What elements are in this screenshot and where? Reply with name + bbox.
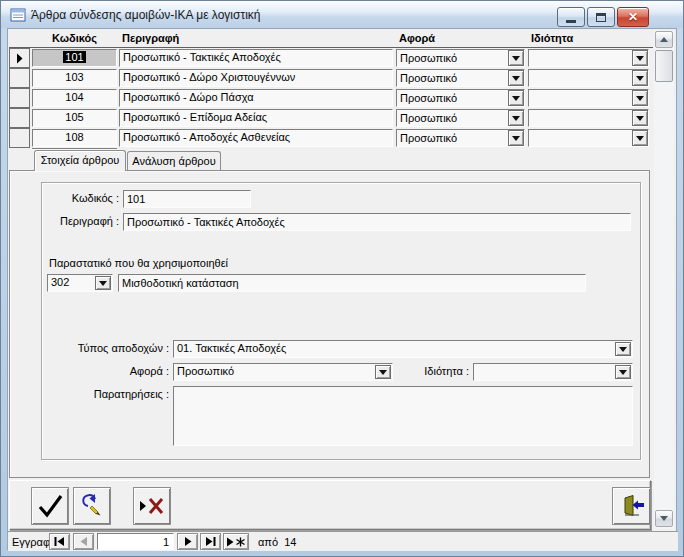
scroll-down-icon <box>660 516 668 521</box>
pay-type-combo[interactable]: 01. Τακτικές Αποδοχές <box>173 340 633 358</box>
scrollbar-thumb[interactable] <box>655 50 673 82</box>
grid-cell-concerns[interactable]: Προσωπικό <box>396 89 525 107</box>
document-section-label: Παραστατικό που θα χρησιμοποιηθεί <box>49 257 228 269</box>
dropdown-button[interactable] <box>508 70 524 86</box>
notes-field[interactable] <box>173 386 633 446</box>
dropdown-button[interactable] <box>508 110 524 126</box>
dropdown-button[interactable] <box>615 365 631 379</box>
attribute-combo[interactable] <box>473 363 633 381</box>
vertical-scrollbar <box>654 31 674 529</box>
check-icon <box>36 492 64 520</box>
maximize-button[interactable] <box>587 7 615 27</box>
application-window: Άρθρα σύνδεσης αμοιβών-ΙΚΑ με λογιστική … <box>0 0 684 557</box>
table-row: 104 Προσωπικό - Δώρο Πάσχα Προσωπικό <box>8 88 654 108</box>
grid-cell-description[interactable]: Προσωπικό - Τακτικές Αποδοχές <box>119 49 393 67</box>
scroll-up-button[interactable] <box>655 31 673 48</box>
current-record-arrow-icon <box>16 53 23 64</box>
grid-cell-attribute[interactable] <box>528 69 649 87</box>
delete-button[interactable] <box>133 487 171 525</box>
title-bar[interactable]: Άρθρα σύνδεσης αμοιβών-ΙΚΑ με λογιστική … <box>1 1 683 28</box>
dropdown-button[interactable] <box>508 50 524 66</box>
grid-cell-concerns[interactable]: Προσωπικό <box>396 49 525 67</box>
row-selector[interactable] <box>9 48 30 68</box>
exit-door-blue-arrow-icon <box>618 494 646 518</box>
dropdown-button[interactable] <box>508 130 524 146</box>
chevron-down-icon <box>636 96 644 101</box>
scroll-down-button[interactable] <box>655 510 673 527</box>
close-icon: ✕ <box>628 11 638 23</box>
code-label: Κωδικός : <box>23 192 119 204</box>
tab-article-details[interactable]: Στοιχεία άρθρου <box>34 150 126 171</box>
dropdown-button[interactable] <box>632 50 648 66</box>
chevron-down-icon <box>99 281 107 286</box>
chevron-down-icon <box>379 370 387 375</box>
scroll-up-icon <box>660 37 668 42</box>
chevron-down-icon <box>636 116 644 121</box>
grid-cell-description[interactable]: Προσωπικό - Επίδομα Αδείας <box>119 109 393 127</box>
column-header-concerns: Αφορά <box>399 32 435 44</box>
form-icon <box>10 7 26 23</box>
grid-cell-attribute[interactable] <box>528 89 649 107</box>
notes-label: Παρατηρήσεις : <box>48 388 169 400</box>
document-name-field[interactable]: Μισθοδοτική κατάσταση <box>118 274 586 292</box>
save-button[interactable] <box>31 487 69 525</box>
nav-first-button[interactable] <box>49 533 70 550</box>
row-selector[interactable] <box>9 88 30 108</box>
grid-cell-code[interactable]: 101 <box>32 49 117 67</box>
dropdown-button[interactable] <box>632 90 648 106</box>
grid-cell-code[interactable]: 108 <box>32 129 117 147</box>
grid-cell-code[interactable]: 103 <box>32 69 117 87</box>
chevron-down-icon <box>636 136 644 141</box>
column-header-attribute: Ιδιότητα <box>531 32 573 44</box>
chevron-down-icon <box>512 76 520 81</box>
window-title: Άρθρα σύνδεσης αμοιβών-ΙΚΑ με λογιστική <box>31 8 261 22</box>
description-field[interactable]: Προσωπικό - Τακτικές Αποδοχές <box>123 213 631 231</box>
dropdown-button[interactable] <box>632 110 648 126</box>
undo-button[interactable] <box>73 487 111 525</box>
concerns-combo[interactable]: Προσωπικό <box>173 363 393 381</box>
dropdown-button[interactable] <box>615 342 631 356</box>
close-button[interactable]: ✕ <box>617 7 649 27</box>
code-field[interactable]: 101 <box>123 190 251 208</box>
table-row: 103 Προσωπικό - Δώρο Χριστουγέννων Προσω… <box>8 68 654 88</box>
grid-cell-description[interactable]: Προσωπικό - Δώρο Χριστουγέννων <box>119 69 393 87</box>
description-label: Περιγραφή : <box>23 215 119 227</box>
row-selector[interactable] <box>9 128 30 148</box>
nav-last-button[interactable] <box>200 533 221 550</box>
row-selector[interactable] <box>9 68 30 88</box>
grid-cell-attribute[interactable] <box>528 109 649 127</box>
chevron-down-icon <box>619 370 627 375</box>
grid-cell-code[interactable]: 105 <box>32 109 117 127</box>
grid-cell-attribute[interactable] <box>528 129 649 147</box>
nav-next-button[interactable] <box>177 533 198 550</box>
document-code-combo[interactable]: 302 <box>47 274 113 292</box>
dropdown-button[interactable] <box>508 90 524 106</box>
grid-cell-concerns[interactable]: Προσωπικό <box>396 129 525 147</box>
grid-cell-concerns[interactable]: Προσωπικό <box>396 109 525 127</box>
grid-cell-concerns[interactable]: Προσωπικό <box>396 69 525 87</box>
record-number-field[interactable]: 1 <box>97 533 174 550</box>
tab-article-analysis[interactable]: Ανάλυση άρθρου <box>127 151 221 171</box>
grid-cell-description[interactable]: Προσωπικό - Δώρο Πάσχα <box>119 89 393 107</box>
nav-previous-button[interactable] <box>73 533 94 550</box>
new-record-icon <box>226 537 246 547</box>
delete-record-red-x-icon <box>138 495 166 517</box>
column-header-code: Κωδικός <box>32 32 117 44</box>
undo-arrow-pencil-icon <box>79 493 105 519</box>
form-client-area: Κωδικός Περιγραφή Αφορά Ιδιότητα 101 Προ… <box>7 28 677 550</box>
dropdown-button[interactable] <box>632 130 648 146</box>
next-record-icon <box>184 537 192 546</box>
chevron-down-icon <box>512 56 520 61</box>
minimize-button[interactable] <box>557 7 585 27</box>
grid-cell-description[interactable]: Προσωπικό - Αποδοχές Ασθενείας <box>119 129 393 147</box>
chevron-down-icon <box>619 347 627 352</box>
grid-cell-attribute[interactable] <box>528 49 649 67</box>
dropdown-button[interactable] <box>95 276 111 290</box>
nav-new-record-button[interactable] <box>223 533 249 550</box>
dropdown-button[interactable] <box>632 70 648 86</box>
exit-button[interactable] <box>612 487 651 525</box>
previous-record-icon <box>80 537 88 546</box>
grid-cell-code[interactable]: 104 <box>32 89 117 107</box>
chevron-down-icon <box>512 96 520 101</box>
row-selector[interactable] <box>9 108 30 128</box>
